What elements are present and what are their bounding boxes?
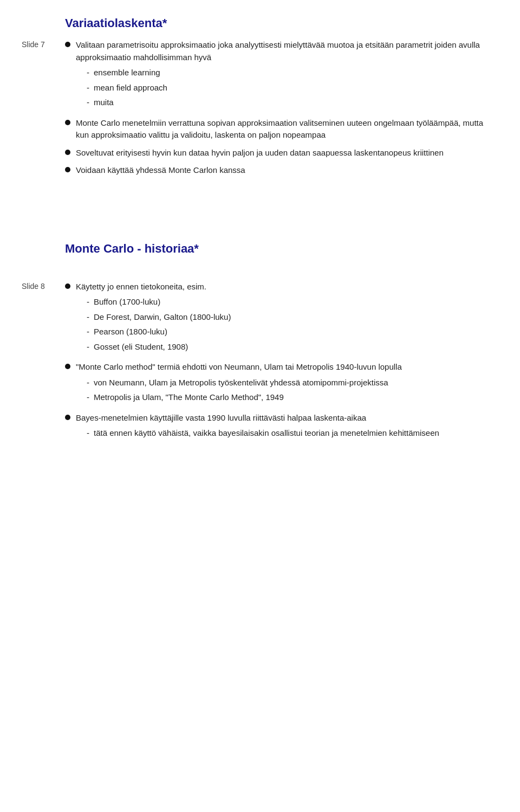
slide8-label-spacer bbox=[22, 242, 65, 265]
slide7-label bbox=[22, 16, 65, 39]
dash-icon: - bbox=[87, 311, 89, 324]
dash-icon: - bbox=[87, 391, 89, 404]
slide8-title-content: Monte Carlo - historiaa* bbox=[65, 242, 498, 265]
bullet-dot-2 bbox=[65, 120, 70, 125]
slide7-bullet1-content: Valitaan parametrisoitu approksimaatio j… bbox=[76, 39, 498, 112]
dash-icon: - bbox=[87, 427, 89, 440]
dash-icon: - bbox=[87, 341, 89, 353]
slide7-bullet3-text: Soveltuvat erityisesti hyvin kun dataa h… bbox=[76, 148, 444, 157]
slide8-sub2-2: - Metropolis ja Ulam, "The Monte Carlo M… bbox=[87, 391, 498, 404]
slide8-bullet2-content: "Monte Carlo method" termiä ehdotti von … bbox=[76, 361, 498, 407]
slide8-sub2-2-text: Metropolis ja Ulam, "The Monte Carlo Met… bbox=[94, 391, 284, 404]
slide8-sub1-4-text: Gosset (eli Student, 1908) bbox=[94, 341, 188, 353]
slide8-bullet3-content: Bayes-menetelmien käyttäjille vasta 1990… bbox=[76, 412, 498, 442]
slide7-bullet1-text: Valitaan parametrisoitu approksimaatio j… bbox=[76, 40, 480, 62]
slide7-main-content: Valitaan parametrisoitu approksimaatio j… bbox=[65, 39, 498, 182]
slide7-sub1-2: - mean field approach bbox=[87, 82, 498, 94]
slide8-bullet1-text: Käytetty jo ennen tietokoneita, esim. bbox=[76, 282, 206, 291]
slide7-label-value: Slide 7 bbox=[22, 40, 45, 49]
slide8-sub1-2: - De Forest, Darwin, Galton (1800-luku) bbox=[87, 311, 498, 324]
slide8-bullet-list: Käytetty jo ennen tietokoneita, esim. - … bbox=[65, 281, 498, 442]
dash-icon: - bbox=[87, 96, 89, 109]
slide7-sub1-2-text: mean field approach bbox=[94, 82, 167, 94]
slide7-body: Slide 7 Valitaan parametrisoitu approksi… bbox=[22, 39, 498, 182]
slide-spacer bbox=[22, 198, 498, 242]
slide8-sub2-1-text: von Neumann, Ulam ja Metropolis työskent… bbox=[94, 377, 388, 389]
bullet-dot-s8-3 bbox=[65, 415, 70, 420]
slide7-sub1-1: - ensemble learning bbox=[87, 67, 498, 79]
slide8-sub2-1: - von Neumann, Ulam ja Metropolis työske… bbox=[87, 377, 498, 389]
slide8-sub1-1-text: Buffon (1700-luku) bbox=[94, 296, 160, 308]
slide7-bullet2-content: Monte Carlo menetelmiin verrattuna sopiv… bbox=[76, 117, 498, 141]
slide7-bullet3: Soveltuvat erityisesti hyvin kun dataa h… bbox=[65, 147, 498, 159]
slide8-sublist2: - von Neumann, Ulam ja Metropolis työske… bbox=[87, 377, 498, 404]
bullet-dot-s8-2 bbox=[65, 364, 70, 369]
slide8-bullet3: Bayes-menetelmien käyttäjille vasta 1990… bbox=[65, 412, 498, 442]
bullet-dot-s8-1 bbox=[65, 283, 70, 289]
slide8-title: Monte Carlo - historiaa* bbox=[65, 242, 498, 256]
slide8-label-text: Slide 8 bbox=[22, 281, 65, 448]
slide7-content: Variaatiolaskenta* bbox=[65, 16, 498, 39]
slide7-bullet4-text: Voidaan käyttää yhdessä Monte Carlon kan… bbox=[76, 165, 245, 175]
slide7-bullet3-content: Soveltuvat erityisesti hyvin kun dataa h… bbox=[76, 147, 498, 159]
slide7-sub1-3: - muita bbox=[87, 96, 498, 109]
slide8-section: Monte Carlo - historiaa* bbox=[22, 242, 498, 265]
dash-icon: - bbox=[87, 377, 89, 389]
slide7-bullet4: Voidaan käyttää yhdessä Monte Carlon kan… bbox=[65, 164, 498, 177]
bullet-dot-3 bbox=[65, 150, 70, 155]
slide8-bullet1-content: Käytetty jo ennen tietokoneita, esim. - … bbox=[76, 281, 498, 356]
slide7-bullet2-text: Monte Carlo menetelmiin verrattuna sopiv… bbox=[76, 118, 483, 140]
slide7-bullet-list: Valitaan parametrisoitu approksimaatio j… bbox=[65, 39, 498, 177]
slide8-bullet2: "Monte Carlo method" termiä ehdotti von … bbox=[65, 361, 498, 407]
slide8-sub3-1-text: tätä ennen käyttö vähäistä, vaikka bayes… bbox=[94, 427, 439, 440]
slide8-bullet1: Käytetty jo ennen tietokoneita, esim. - … bbox=[65, 281, 498, 356]
slide8-sub1-3: - Pearson (1800-luku) bbox=[87, 326, 498, 338]
bullet-dot-1 bbox=[65, 42, 70, 47]
slide7-sub1-3-text: muita bbox=[94, 96, 114, 109]
slide8-sub3-1: - tätä ennen käyttö vähäistä, vaikka bay… bbox=[87, 427, 498, 440]
slide7-bullet2: Monte Carlo menetelmiin verrattuna sopiv… bbox=[65, 117, 498, 141]
dash-icon: - bbox=[87, 82, 89, 94]
dash-icon: - bbox=[87, 326, 89, 338]
slide8-main-content: Käytetty jo ennen tietokoneita, esim. - … bbox=[65, 281, 498, 448]
slide8-label-value: Slide 8 bbox=[22, 282, 45, 291]
slide7-label-text: Slide 7 bbox=[22, 39, 65, 182]
slide7-bullet1: Valitaan parametrisoitu approksimaatio j… bbox=[65, 39, 498, 112]
slide7-sublist1: - ensemble learning - mean field approac… bbox=[87, 67, 498, 109]
bullet-dot-4 bbox=[65, 167, 70, 172]
dash-icon: - bbox=[87, 296, 89, 308]
slide8-sublist3: - tätä ennen käyttö vähäistä, vaikka bay… bbox=[87, 427, 498, 440]
slide7-sub1-1-text: ensemble learning bbox=[94, 67, 160, 79]
slide8-sub1-1: - Buffon (1700-luku) bbox=[87, 296, 498, 308]
slide8-sub1-4: - Gosset (eli Student, 1908) bbox=[87, 341, 498, 353]
slide7-bullet4-content: Voidaan käyttää yhdessä Monte Carlon kan… bbox=[76, 164, 498, 177]
slide8-sublist1: - Buffon (1700-luku) - De Forest, Darwin… bbox=[87, 296, 498, 353]
slide8-bullet3-text: Bayes-menetelmien käyttäjille vasta 1990… bbox=[76, 413, 366, 422]
slide8-sub1-2-text: De Forest, Darwin, Galton (1800-luku) bbox=[94, 311, 231, 324]
slide7-section: Variaatiolaskenta* bbox=[22, 16, 498, 39]
slide8-bullet2-text: "Monte Carlo method" termiä ehdotti von … bbox=[76, 362, 402, 371]
slide7-title: Variaatiolaskenta* bbox=[65, 16, 498, 30]
slide8-body: Slide 8 Käytetty jo ennen tietokoneita, … bbox=[22, 281, 498, 448]
dash-icon: - bbox=[87, 67, 89, 79]
slide8-sub1-3-text: Pearson (1800-luku) bbox=[94, 326, 167, 338]
